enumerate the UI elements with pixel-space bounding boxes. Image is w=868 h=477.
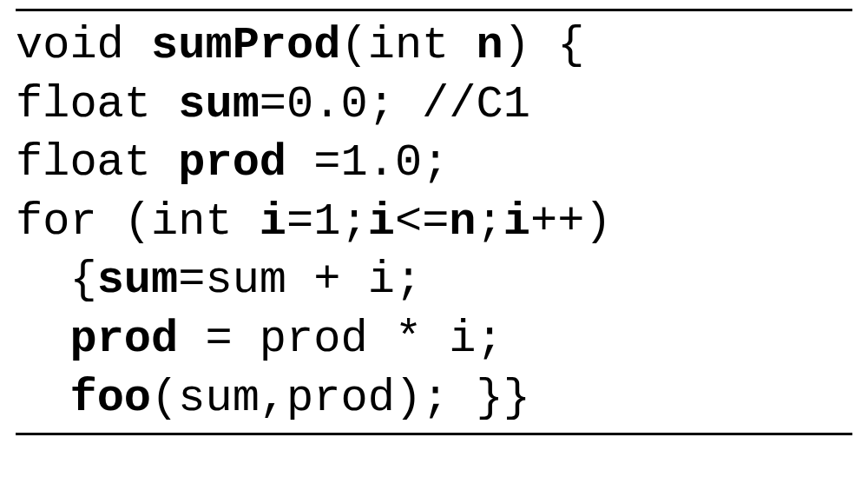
code-block: void sumProd(int n) { float sum=0.0; //C…	[16, 9, 852, 435]
expression: =sum + i;	[178, 255, 422, 306]
var-name: sum	[97, 255, 179, 306]
expression: = prod * i;	[178, 314, 503, 365]
operator: <=	[395, 196, 449, 248]
brace: ) {	[503, 20, 585, 71]
keyword: void	[16, 20, 151, 71]
var-name: i	[368, 196, 395, 248]
code-line-6: prod = prod * i;	[16, 310, 852, 369]
code-line-4: for (int i=1;i<=n;i++)	[16, 193, 852, 252]
code-line-3: float prod =1.0;	[16, 134, 852, 193]
indent-brace: {	[16, 255, 97, 306]
param-type: (int	[340, 20, 476, 71]
var-name: prod	[178, 137, 286, 189]
code-line-1: void sumProd(int n) {	[16, 17, 852, 76]
indent	[16, 314, 69, 365]
code-line-7: foo(sum,prod); }}	[16, 369, 852, 428]
for-keyword: for (int	[16, 196, 260, 248]
type: float	[16, 137, 178, 189]
function-call: foo	[69, 373, 151, 424]
function-name: sumProd	[151, 20, 340, 71]
var-name: sum	[178, 79, 260, 130]
var-name: prod	[69, 314, 178, 365]
code-line-5: {sum=sum + i;	[16, 251, 852, 310]
var-name: i	[260, 196, 286, 248]
operator: =1;	[286, 196, 368, 248]
operator: ++)	[530, 196, 612, 248]
operator: ;	[477, 196, 503, 248]
var-name: i	[503, 196, 530, 248]
assign-comment: =0.0; //C1	[260, 79, 530, 130]
type: float	[16, 79, 178, 130]
assign: =1.0;	[286, 137, 449, 189]
indent	[16, 373, 69, 424]
args-braces: (sum,prod); }}	[151, 373, 530, 424]
var-name: n	[449, 196, 476, 248]
code-line-2: float sum=0.0; //C1	[16, 76, 852, 135]
param-name: n	[477, 20, 503, 71]
